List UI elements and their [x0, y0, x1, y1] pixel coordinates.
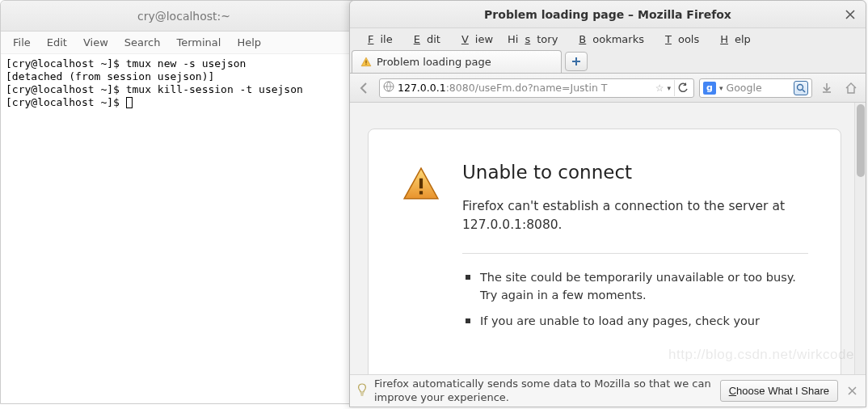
reload-button[interactable] [674, 80, 690, 96]
svg-rect-4 [419, 179, 423, 189]
terminal-title: cry@localhost:~ [137, 10, 230, 23]
divider [462, 253, 808, 254]
choose-share-button[interactable]: Choose What I Share [720, 380, 838, 402]
firefox-menu-edit[interactable]: Edit [401, 31, 447, 48]
terminal-body[interactable]: [cry@localhost ~]$ tmux new -s usejson [… [1, 54, 367, 112]
terminal-titlebar: cry@localhost:~ [1, 1, 367, 32]
downloads-button[interactable] [817, 78, 836, 98]
back-icon [357, 81, 372, 95]
firefox-title: Problem loading page – Mozilla Firefox [484, 8, 731, 21]
scrollbar[interactable] [854, 103, 866, 374]
home-icon [845, 82, 857, 95]
firefox-tab[interactable]: Problem loading page [352, 50, 562, 73]
warning-icon [360, 57, 372, 68]
svg-rect-5 [419, 191, 423, 194]
home-button[interactable] [841, 78, 861, 98]
new-tab-button[interactable] [565, 52, 588, 71]
firefox-menu-view[interactable]: View [449, 31, 499, 48]
info-bar-text: Firefox automatically sends some data to… [374, 377, 714, 404]
terminal-menubar: File Edit View Search Terminal Help [1, 32, 367, 54]
terminal-line: [detached (from session usejson)] [6, 70, 214, 82]
firefox-content: Unable to connect Firefox can't establis… [350, 103, 866, 374]
url-bar[interactable]: 127.0.0.1:8080/useFm.do?name=Justin T ☆ … [379, 78, 694, 98]
firefox-menu-file[interactable]: File [355, 31, 399, 48]
terminal-menu-terminal[interactable]: Terminal [169, 34, 228, 51]
scrollbar-thumb[interactable] [857, 104, 865, 177]
terminal-menu-help[interactable]: Help [230, 34, 268, 51]
plus-icon [571, 57, 581, 66]
google-icon: g [703, 82, 716, 95]
magnifier-icon [796, 83, 806, 93]
error-suggestion-item: If you are unable to load any pages, che… [466, 312, 808, 330]
url-text: 127.0.0.1:8080/useFm.do?name=Justin T [398, 82, 652, 94]
url-dropdown-icon[interactable]: ▾ [667, 84, 671, 92]
terminal-menu-search[interactable]: Search [117, 34, 168, 51]
terminal-line: [cry@localhost ~]$ tmux new -s usejson [6, 57, 246, 70]
terminal-cursor [126, 97, 133, 108]
svg-rect-0 [365, 60, 366, 63]
back-button[interactable] [355, 78, 374, 98]
terminal-line: [cry@localhost ~]$ [6, 96, 126, 108]
firefox-titlebar: Problem loading page – Mozilla Firefox [350, 1, 866, 28]
firefox-toolbar: 127.0.0.1:8080/useFm.do?name=Justin T ☆ … [350, 74, 866, 103]
info-bar-close-icon[interactable] [845, 384, 859, 398]
firefox-menu-history[interactable]: History [501, 31, 564, 48]
globe-icon [383, 81, 394, 95]
svg-rect-1 [365, 63, 366, 64]
terminal-window: cry@localhost:~ File Edit View Search Te… [0, 0, 368, 404]
info-bar: Firefox automatically sends some data to… [350, 374, 866, 407]
firefox-window: Problem loading page – Mozilla Firefox F… [349, 0, 866, 407]
terminal-menu-view[interactable]: View [76, 34, 116, 51]
reload-icon [677, 82, 689, 94]
terminal-menu-file[interactable]: File [6, 34, 38, 51]
error-panel: Unable to connect Firefox can't establis… [368, 129, 841, 374]
firefox-tabstrip: Problem loading page [350, 49, 866, 74]
firefox-tab-label: Problem loading page [377, 56, 491, 68]
firefox-menu-help[interactable]: Help [707, 31, 757, 48]
error-title: Unable to connect [462, 162, 808, 183]
error-suggestions: The site could be temporarily unavailabl… [462, 268, 808, 331]
terminal-line: [cry@localhost ~]$ tmux kill-session -t … [6, 83, 303, 95]
error-suggestion-item: The site could be temporarily unavailabl… [466, 268, 808, 305]
search-go-button[interactable] [794, 81, 808, 95]
search-engine-dropdown-icon[interactable]: ▾ [719, 84, 723, 92]
lightbulb-icon [356, 383, 368, 398]
terminal-menu-edit[interactable]: Edit [40, 34, 74, 51]
firefox-menu-tools[interactable]: Tools [652, 31, 706, 48]
firefox-menu-bookmarks[interactable]: Bookmarks [566, 31, 651, 48]
svg-point-3 [798, 84, 803, 90]
error-subtitle: Firefox can't establish a connection to … [462, 197, 808, 235]
firefox-menubar: File Edit View History Bookmarks Tools H… [350, 28, 866, 49]
search-bar[interactable]: g ▾ Google [699, 78, 812, 98]
download-icon [820, 82, 833, 95]
search-placeholder: Google [727, 82, 762, 94]
bookmark-star-icon[interactable]: ☆ [655, 82, 664, 94]
close-icon[interactable] [843, 7, 857, 22]
warning-icon [401, 165, 441, 205]
